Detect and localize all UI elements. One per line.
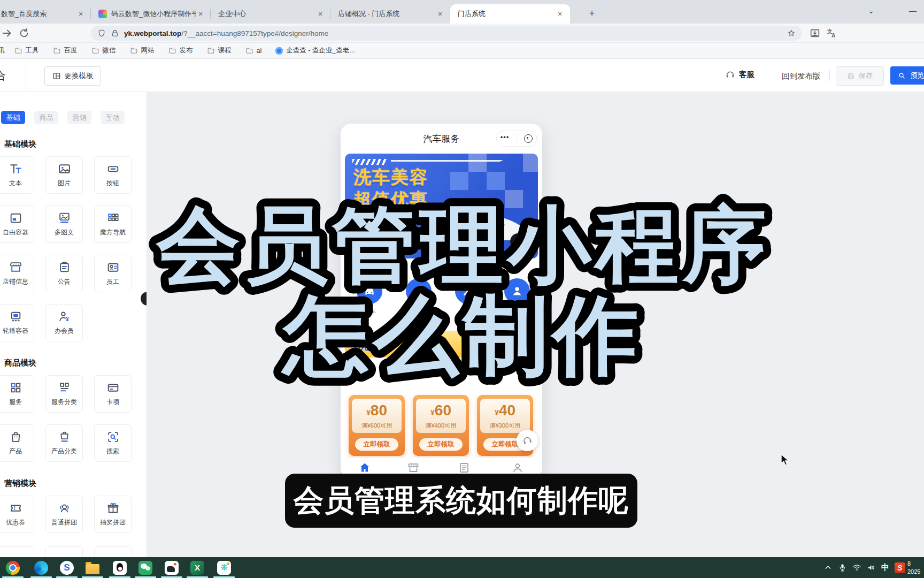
tab-close-icon[interactable]: ✕	[315, 9, 325, 19]
module-card-shop-info[interactable]: 店铺信息	[0, 255, 34, 292]
tab-close-icon[interactable]: ✕	[555, 9, 565, 19]
tab-close-icon[interactable]: ✕	[196, 9, 205, 19]
taskbar-qq-icon[interactable]	[112, 560, 128, 576]
bookmark-label: 网站	[141, 46, 155, 55]
new-tab-button[interactable]: +	[586, 7, 598, 20]
browser-tab-2[interactable]: 码云数智_微信小程序制作平台_ ✕	[91, 4, 211, 24]
tabbar-store-icon[interactable]	[407, 461, 420, 474]
save-page-icon[interactable]	[809, 27, 821, 39]
taskbar-edge-icon[interactable]	[33, 560, 49, 576]
module-card-coupon[interactable]: 优惠券	[0, 496, 34, 533]
tab-marketing[interactable]: 营销	[67, 111, 91, 124]
window-minimize-button[interactable]: —	[905, 6, 921, 15]
address-bar[interactable]: yk.webportal.top/?__aacct=huang897157typ…	[91, 26, 802, 41]
tab-goods[interactable]: 商品	[34, 111, 58, 124]
module-card-product-category[interactable]: 产品分类	[45, 424, 83, 462]
module-card-multi-image[interactable]: 多图文	[45, 206, 83, 243]
taskbar-chrome-icon[interactable]	[5, 560, 21, 576]
bookmark-item[interactable]: ai	[245, 47, 262, 55]
save-button[interactable]: 保存	[836, 66, 884, 86]
forward-icon[interactable]	[1, 27, 13, 39]
module-card-group-buy[interactable]: 普通拼团	[45, 496, 83, 533]
bookmark-item[interactable]: 课程	[207, 46, 232, 55]
module-card-image[interactable]: 图片	[45, 156, 83, 194]
coupon-card-60[interactable]: ¥60 满¥400可用 立即领取	[413, 395, 469, 456]
quicknav-label: 洗车	[353, 307, 386, 316]
bookmark-item[interactable]: 网站	[130, 46, 155, 55]
tray-wifi-icon[interactable]	[852, 563, 861, 572]
module-card-search[interactable]: 搜索	[94, 424, 132, 462]
quicknav-wash[interactable]	[357, 278, 382, 304]
promo-strip-module[interactable]: 优惠	[345, 331, 538, 358]
tab-interaction[interactable]: 互动	[101, 111, 125, 124]
favorite-star-icon[interactable]	[787, 29, 796, 37]
back-to-release-link[interactable]: 回到发布版	[782, 71, 821, 81]
module-card-button[interactable]: 按钮	[94, 156, 132, 194]
refresh-icon[interactable]	[18, 27, 30, 39]
input-method-indicator[interactable]: 中	[881, 562, 889, 573]
more-options-icon[interactable]: •••	[500, 135, 510, 140]
bookmark-item[interactable]: 百度	[53, 46, 78, 55]
module-card-service-category[interactable]: 服务分类	[45, 375, 83, 413]
tab-close-icon[interactable]: ✕	[76, 9, 86, 19]
browser-tab-active[interactable]: 门店系统 ✕	[450, 4, 570, 24]
module-card-lottery[interactable]: 抽奖拼团	[94, 496, 132, 533]
preview-button[interactable]: 预览	[890, 66, 924, 85]
magnifier-icon	[898, 72, 906, 80]
module-card-product[interactable]: 产品	[0, 424, 34, 462]
browser-tab-3[interactable]: 企业中心 ✕	[211, 4, 330, 24]
tray-volume-icon[interactable]	[867, 563, 876, 572]
claim-coupon-button[interactable]: 立即领取	[355, 438, 398, 451]
module-card-member[interactable]: 办会员	[45, 304, 83, 341]
tray-expand-chevron-icon[interactable]	[823, 563, 833, 572]
taskbar-clock[interactable]: 8 2025	[907, 560, 920, 576]
claim-coupon-button[interactable]: 立即领取	[419, 438, 463, 451]
taskbar-wechat-icon[interactable]	[137, 560, 153, 576]
panel-collapse-handle[interactable]: ‹	[141, 292, 147, 306]
bookmark-item[interactable]: 发布	[168, 46, 193, 55]
quicknav-staff[interactable]	[504, 278, 530, 304]
banner-module[interactable]: 洗车美容 超值优惠	[345, 154, 538, 258]
contact-float-button[interactable]	[517, 430, 538, 451]
bookmark-item[interactable]: 工具	[14, 46, 39, 55]
bookmark-item[interactable]: 微信	[91, 46, 116, 55]
support-button[interactable]: 客服	[725, 70, 754, 80]
module-card-carousel[interactable]: 轮播容器	[0, 304, 34, 341]
module-card-cube-nav[interactable]: 魔方导航	[94, 206, 132, 243]
phone-preview[interactable]: 汽车服务 ••• 洗车美容 超值优惠	[341, 124, 542, 478]
tab-label: 数智_百度搜索	[1, 9, 76, 19]
tab-close-icon[interactable]: ✕	[435, 9, 445, 19]
tabbar-profile-icon[interactable]	[511, 461, 524, 474]
change-template-button[interactable]: 更换模板	[44, 66, 101, 86]
bookmark-item[interactable]: 讯	[0, 46, 5, 55]
module-card-staff[interactable]: 员工	[94, 255, 132, 292]
taskbar-sogou-browser-icon[interactable]: S	[59, 560, 75, 576]
module-card-service[interactable]: 服务	[0, 375, 34, 413]
tab-basic[interactable]: 基础	[1, 111, 25, 124]
banner-checker-deco	[487, 172, 505, 190]
tab-label: 企业中心	[218, 9, 315, 19]
quicknav-repair[interactable]	[455, 278, 481, 304]
url-text[interactable]: yk.webportal.top/?__aacct=huang897157typ…	[124, 29, 787, 37]
module-card-card-item[interactable]: 卡项	[94, 375, 132, 413]
translate-icon[interactable]	[826, 27, 838, 39]
module-card-free-container[interactable]: 自由容器	[0, 206, 34, 243]
sogou-input-icon[interactable]: S	[895, 562, 905, 573]
taskbar-flower-app-icon[interactable]: ❋	[216, 560, 232, 576]
taskbar-excel-icon[interactable]: X	[189, 560, 205, 576]
coupon-card-80[interactable]: ¥80 满¥600可用 立即领取	[349, 395, 405, 456]
tabbar-orders-icon[interactable]	[458, 461, 471, 474]
close-capsule-icon[interactable]	[524, 134, 533, 143]
browser-tab-1[interactable]: 数智_百度搜索 ✕	[0, 4, 91, 24]
tab-search-chevron-icon[interactable]: ⌄	[863, 6, 879, 15]
taskbar-file-explorer-icon[interactable]	[84, 560, 101, 576]
bookmark-item-qichacha[interactable]: 企查查 - 查企业_查老...	[275, 46, 355, 55]
module-card-text[interactable]: 文本	[0, 156, 34, 194]
lock-icon[interactable]	[111, 29, 119, 37]
quicknav-beauty[interactable]	[406, 278, 432, 304]
module-card-notice[interactable]: 公告	[45, 255, 83, 292]
tabbar-home-icon[interactable]	[358, 461, 371, 474]
browser-tab-4[interactable]: 店铺概况 - 门店系统 ✕	[330, 4, 450, 24]
tray-microphone-icon[interactable]	[838, 563, 847, 572]
taskbar-capcut-icon[interactable]	[164, 560, 180, 576]
